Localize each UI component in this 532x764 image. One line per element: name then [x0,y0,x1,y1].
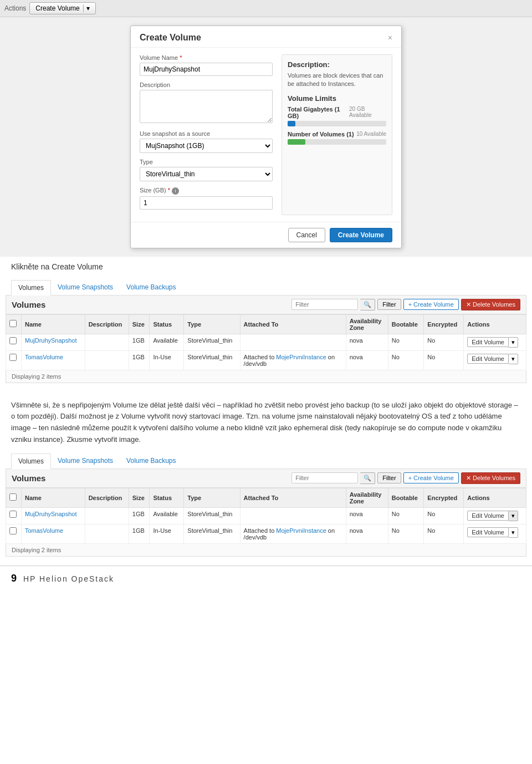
vol-actions: Edit Volume▾ [464,524,526,543]
vol-status: In-Use [150,524,184,543]
volume-name-link[interactable]: TomasVolume [25,354,63,360]
edit-volume-dropdown[interactable]: ▾ [509,527,518,538]
delete-volumes-button-2[interactable]: ✕ Delete Volumes [461,472,520,484]
page-footer: 9 HP Helion OpeStack [0,566,532,591]
tab-volumes-1[interactable]: Volumes [11,280,51,296]
col-size: Size [129,314,150,334]
col-bootable: Bootable [388,314,424,334]
volumes-heading-2: Volumes [12,473,45,483]
filter-input-1[interactable] [291,299,358,310]
num-volumes-available: 10 Available [356,131,386,137]
create-volume-table-button-2[interactable]: + Create Volume [403,472,459,483]
delete-volumes-button-1[interactable]: ✕ Delete Volumes [461,299,520,310]
volume-name-input[interactable] [140,63,273,76]
instance-link[interactable]: MojePrvniInstance [276,527,326,534]
col-type: Type [184,488,240,507]
type-group: Type StoreVirtual_thin [140,159,273,181]
actions-bar: Actions Create Volume ▾ [0,0,532,17]
tab-volumes-2[interactable]: Volumes [11,454,51,469]
total-gb-label: Total Gigabytes (1 GB) 20 GB Available [288,106,386,119]
table-row: TomasVolume 1GB In-Use StoreVirtual_thin… [6,524,526,543]
brand-name: HP Helion OpeStack [23,574,114,583]
num-volumes-limit: Number of Volumes (1) 10 Available [288,131,386,145]
row-checkbox[interactable] [9,354,17,361]
vol-type: StoreVirtual_thin [184,350,240,370]
edit-volume-button[interactable]: Edit Volume [467,527,509,537]
num-volumes-label: Number of Volumes (1) 10 Available [288,131,386,137]
select-all-2[interactable] [9,493,17,501]
type-select[interactable]: StoreVirtual_thin [140,167,273,181]
table-row: MujDruhySnapshot 1GB Available StoreVirt… [6,507,526,524]
tab-backups-1[interactable]: Volume Backups [120,280,182,295]
edit-volume-button[interactable]: Edit Volume [467,354,509,364]
col-name: Name [21,488,85,507]
col-encrypted: Encrypted [424,314,464,334]
edit-volume-dropdown[interactable]: ▾ [509,337,518,348]
volume-name-group: Volume Name * [140,54,273,76]
modal-header: Create Volume × [131,26,401,48]
row-checkbox[interactable] [9,511,17,518]
create-volume-top-button[interactable]: Create Volume ▾ [29,2,95,14]
volumes-table-1: Name Description Size Status Type Attach… [6,314,526,370]
vol-type: StoreVirtual_thin [184,507,240,524]
vol-type: StoreVirtual_thin [184,334,240,350]
info-icon[interactable]: i [172,187,179,195]
modal-footer: Cancel Create Volume [131,222,401,248]
vol-bootable: No [388,334,424,350]
page-number: 9 [11,573,18,584]
cancel-button[interactable]: Cancel [288,228,325,242]
vol-encrypted: No [424,524,464,543]
filter-button-1[interactable]: Filter [377,299,401,310]
row-checkbox[interactable] [9,337,17,344]
vol-bootable: No [388,507,424,524]
tab-snapshots-2[interactable]: Volume Snapshots [51,454,120,468]
description-input[interactable] [140,90,273,123]
row-checkbox[interactable] [9,527,17,534]
filter-button-2[interactable]: Filter [377,472,401,483]
edit-volume-button[interactable]: Edit Volume [467,511,509,521]
description-heading: Description: [288,60,386,69]
edit-volume-button[interactable]: Edit Volume [467,337,509,347]
col-actions: Actions [464,314,526,334]
edit-volume-dropdown[interactable]: ▾ [509,354,518,364]
volume-name-link[interactable]: MujDruhySnapshot [25,511,77,517]
vol-attached: Attached to MojePrvniInstance on/dev/vdb [240,524,346,543]
total-gb-progress [288,121,386,126]
instance-link[interactable]: MojePrvniInstance [276,354,326,360]
snapshot-source-select[interactable]: MujSnapshot (1GB) [140,139,273,153]
tab-backups-2[interactable]: Volume Backups [120,454,182,468]
size-group: Size (GB) * i [140,187,273,210]
create-volume-button[interactable]: Create Volume [330,228,392,242]
size-input[interactable] [140,196,273,210]
edit-volume-dropdown-active[interactable]: ▾ [509,511,518,521]
filter-input-2[interactable] [291,472,358,483]
col-description: Description [85,314,129,334]
table-toolbar-2: Volumes 🔍 Filter + Create Volume ✕ Delet… [6,469,526,488]
create-volume-top-label: Create Volume [35,4,79,12]
total-gb-limit: Total Gigabytes (1 GB) 20 GB Available [288,106,386,126]
tab-bar-2: Volumes Volume Snapshots Volume Backups [6,454,526,469]
displaying-text-1: Displaying 2 items [6,370,526,383]
volumes-table-2: Name Description Size Status Type Attach… [6,488,526,544]
table-toolbar-1: Volumes 🔍 Filter + Create Volume ✕ Delet… [6,296,526,314]
tab-snapshots-1[interactable]: Volume Snapshots [51,280,120,295]
limits-heading: Volume Limits [288,94,386,103]
table-row: TomasVolume 1GB In-Use StoreVirtual_thin… [6,350,526,370]
search-button-1[interactable]: 🔍 [360,299,375,310]
volume-name-link[interactable]: TomasVolume [25,527,63,534]
volume-name-link[interactable]: MujDruhySnapshot [25,337,77,344]
col-description: Description [85,488,129,507]
close-icon[interactable]: × [388,33,392,42]
vol-attached: Attached to MojePrvniInstance on/dev/vdb [240,350,346,370]
modal-description-panel: Description: Volumes are block devices t… [282,54,392,215]
search-button-2[interactable]: 🔍 [360,472,375,484]
vol-encrypted: No [424,334,464,350]
col-bootable: Bootable [388,488,424,507]
create-volume-table-button-1[interactable]: + Create Volume [403,299,459,310]
vol-size: 1GB [129,507,150,524]
vol-actions: Edit Volume▾ [464,507,526,524]
select-all-1[interactable] [9,320,17,327]
displaying-text-2: Displaying 2 items [6,544,526,557]
vol-actions: Edit Volume▾ [464,350,526,370]
vol-attached [240,334,346,350]
